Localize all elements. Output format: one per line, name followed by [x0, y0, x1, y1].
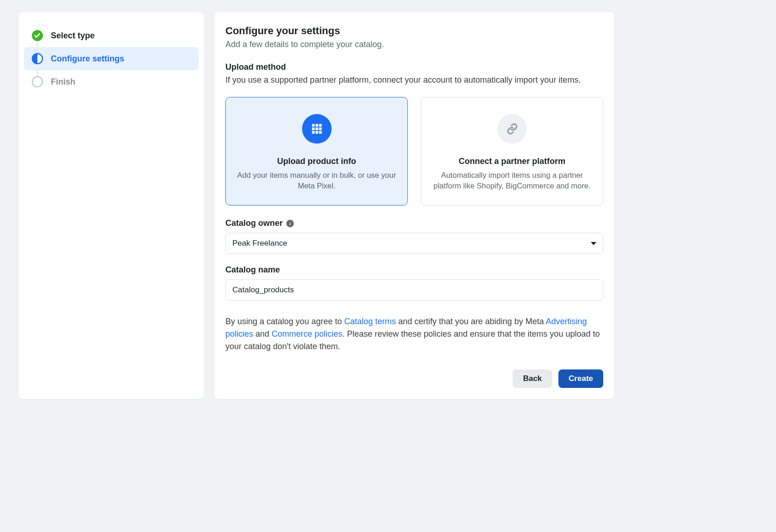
svg-rect-10	[315, 131, 318, 134]
catalog-name-label: Catalog name	[225, 265, 603, 275]
svg-rect-5	[319, 124, 321, 127]
option-desc: Automatically import items using a partn…	[431, 170, 593, 191]
option-upload-product-info[interactable]: Upload product info Add your items manua…	[225, 97, 408, 206]
svg-rect-6	[312, 127, 315, 130]
upload-method-label: Upload method	[225, 62, 603, 72]
legal-text-segment: and certify that you are abiding by Meta	[396, 317, 546, 326]
step-configure-settings[interactable]: Configure settings	[24, 47, 199, 70]
create-button[interactable]: Create	[558, 369, 603, 388]
page-subtitle: Add a few details to complete your catal…	[225, 40, 603, 49]
legal-text-segment: and	[253, 329, 272, 339]
back-button[interactable]: Back	[513, 369, 552, 388]
svg-rect-8	[319, 127, 321, 130]
configure-settings-panel: Configure your settings Add a few detail…	[214, 12, 614, 399]
grid-icon	[302, 114, 332, 144]
empty-circle-icon	[31, 76, 43, 88]
upload-method-help: If you use a supported partner platform,…	[225, 74, 603, 86]
step-label: Select type	[51, 31, 95, 41]
half-circle-icon	[31, 53, 43, 65]
svg-rect-11	[319, 131, 321, 134]
step-label: Finish	[51, 77, 75, 87]
link-icon	[497, 114, 527, 144]
option-title: Upload product info	[236, 157, 397, 166]
catalog-owner-label: Catalog owner i	[225, 218, 603, 228]
catalog-name-input[interactable]	[225, 279, 603, 301]
option-connect-partner-platform[interactable]: Connect a partner platform Automatically…	[421, 97, 603, 206]
link-catalog-terms[interactable]: Catalog terms	[344, 317, 396, 326]
link-commerce-policies[interactable]: Commerce policies	[272, 329, 342, 339]
chevron-down-icon	[591, 242, 596, 245]
svg-rect-4	[315, 124, 318, 127]
upload-method-options: Upload product info Add your items manua…	[225, 97, 603, 206]
check-circle-icon	[31, 30, 43, 42]
page-title: Configure your settings	[225, 25, 603, 37]
svg-rect-7	[315, 127, 318, 130]
svg-rect-3	[312, 124, 315, 127]
catalog-owner-select[interactable]: Peak Freelance	[225, 233, 603, 254]
catalog-owner-value: Peak Freelance	[232, 239, 287, 248]
legal-text: By using a catalog you agree to Catalog …	[225, 315, 603, 353]
legal-text-segment: By using a catalog you agree to	[225, 317, 344, 326]
step-select-type[interactable]: Select type	[24, 24, 199, 47]
catalog-owner-label-text: Catalog owner	[225, 218, 283, 228]
action-bar: Back Create	[225, 369, 603, 388]
wizard-sidebar: Select type Configure settings Finish	[18, 12, 204, 399]
svg-point-2	[32, 77, 42, 87]
option-desc: Add your items manually or in bulk, or u…	[236, 170, 397, 191]
svg-rect-9	[312, 131, 315, 134]
step-label: Configure settings	[51, 54, 124, 64]
option-title: Connect a partner platform	[431, 157, 593, 166]
info-icon[interactable]: i	[286, 220, 294, 227]
step-finish[interactable]: Finish	[24, 70, 199, 93]
